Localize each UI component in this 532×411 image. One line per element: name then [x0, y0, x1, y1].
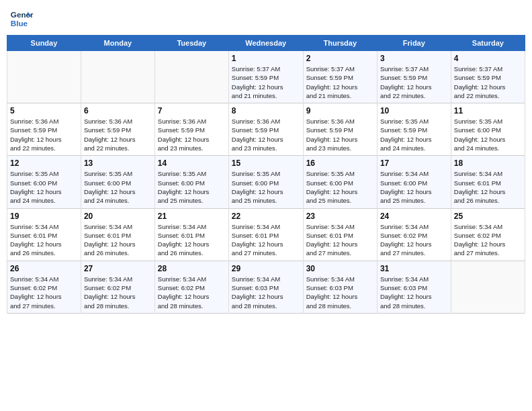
day-info: Sunrise: 5:34 AM Sunset: 6:01 PM Dayligh…: [10, 222, 78, 258]
day-number: 9: [306, 106, 374, 116]
calendar-cell: 2Sunrise: 5:37 AM Sunset: 5:59 PM Daylig…: [303, 51, 377, 103]
day-info: Sunrise: 5:36 AM Sunset: 5:59 PM Dayligh…: [10, 117, 78, 152]
day-info: Sunrise: 5:35 AM Sunset: 5:59 PM Dayligh…: [380, 117, 448, 152]
calendar-cell: 28Sunrise: 5:34 AM Sunset: 6:02 PM Dayli…: [154, 261, 228, 313]
calendar-week-row: 5Sunrise: 5:36 AM Sunset: 5:59 PM Daylig…: [7, 103, 525, 156]
day-info: Sunrise: 5:36 AM Sunset: 5:59 PM Dayligh…: [158, 117, 226, 152]
day-of-week-header: Thursday: [303, 36, 377, 51]
calendar-cell: 12Sunrise: 5:35 AM Sunset: 6:00 PM Dayli…: [7, 156, 81, 208]
day-info: Sunrise: 5:35 AM Sunset: 6:00 PM Dayligh…: [10, 169, 78, 205]
calendar-cell: 9Sunrise: 5:36 AM Sunset: 5:59 PM Daylig…: [303, 103, 377, 156]
day-number: 26: [10, 264, 78, 273]
day-number: 5: [10, 106, 78, 116]
calendar-cell: [451, 261, 525, 313]
svg-text:General: General: [11, 10, 34, 19]
day-info: Sunrise: 5:35 AM Sunset: 6:00 PM Dayligh…: [158, 169, 226, 205]
calendar-cell: 6Sunrise: 5:36 AM Sunset: 5:59 PM Daylig…: [81, 103, 154, 156]
day-info: Sunrise: 5:34 AM Sunset: 6:01 PM Dayligh…: [232, 222, 300, 258]
day-of-week-header: Wednesday: [228, 36, 303, 51]
day-info: Sunrise: 5:37 AM Sunset: 5:59 PM Dayligh…: [306, 64, 374, 100]
day-number: 16: [306, 158, 374, 168]
day-of-week-header: Sunday: [7, 36, 81, 51]
day-info: Sunrise: 5:36 AM Sunset: 5:59 PM Dayligh…: [232, 117, 300, 152]
day-info: Sunrise: 5:34 AM Sunset: 6:02 PM Dayligh…: [10, 275, 78, 310]
day-info: Sunrise: 5:34 AM Sunset: 6:01 PM Dayligh…: [306, 222, 374, 258]
day-number: 12: [10, 158, 78, 168]
day-number: 8: [232, 106, 300, 116]
day-number: 7: [158, 106, 226, 116]
calendar-cell: 16Sunrise: 5:35 AM Sunset: 6:00 PM Dayli…: [303, 156, 377, 208]
calendar-table: SundayMondayTuesdayWednesdayThursdayFrid…: [7, 35, 525, 314]
calendar-cell: 31Sunrise: 5:34 AM Sunset: 6:03 PM Dayli…: [377, 261, 451, 313]
calendar-cell: 23Sunrise: 5:34 AM Sunset: 6:01 PM Dayli…: [303, 208, 377, 261]
day-number: 23: [306, 212, 374, 221]
calendar-cell: [7, 51, 81, 103]
day-number: 20: [84, 212, 152, 221]
day-info: Sunrise: 5:34 AM Sunset: 6:02 PM Dayligh…: [454, 222, 522, 258]
day-number: 2: [306, 54, 374, 63]
calendar-cell: 21Sunrise: 5:34 AM Sunset: 6:01 PM Dayli…: [154, 208, 228, 261]
calendar-cell: 26Sunrise: 5:34 AM Sunset: 6:02 PM Dayli…: [7, 261, 81, 313]
calendar-cell: 17Sunrise: 5:34 AM Sunset: 6:00 PM Dayli…: [377, 156, 451, 208]
calendar-week-row: 1Sunrise: 5:37 AM Sunset: 5:59 PM Daylig…: [7, 51, 525, 103]
day-info: Sunrise: 5:34 AM Sunset: 6:03 PM Dayligh…: [306, 275, 374, 310]
day-info: Sunrise: 5:37 AM Sunset: 5:59 PM Dayligh…: [232, 64, 300, 100]
day-info: Sunrise: 5:36 AM Sunset: 5:59 PM Dayligh…: [306, 117, 374, 152]
day-of-week-header: Tuesday: [154, 36, 228, 51]
day-number: 22: [232, 212, 300, 221]
calendar-cell: 29Sunrise: 5:34 AM Sunset: 6:03 PM Dayli…: [228, 261, 303, 313]
day-number: 31: [380, 264, 448, 273]
calendar-cell: 30Sunrise: 5:34 AM Sunset: 6:03 PM Dayli…: [303, 261, 377, 313]
day-info: Sunrise: 5:35 AM Sunset: 6:00 PM Dayligh…: [454, 117, 522, 152]
calendar-cell: 22Sunrise: 5:34 AM Sunset: 6:01 PM Dayli…: [228, 208, 303, 261]
day-info: Sunrise: 5:37 AM Sunset: 5:59 PM Dayligh…: [454, 64, 522, 100]
day-number: 18: [454, 158, 522, 168]
day-info: Sunrise: 5:35 AM Sunset: 6:00 PM Dayligh…: [232, 169, 300, 205]
day-number: 19: [10, 212, 78, 221]
day-number: 14: [158, 158, 226, 168]
day-number: 30: [306, 264, 374, 273]
day-info: Sunrise: 5:34 AM Sunset: 6:00 PM Dayligh…: [380, 169, 448, 205]
calendar-cell: 10Sunrise: 5:35 AM Sunset: 5:59 PM Dayli…: [377, 103, 451, 156]
day-of-week-header: Friday: [377, 36, 451, 51]
page-header: General Blue: [7, 7, 525, 31]
calendar-cell: [81, 51, 154, 103]
day-info: Sunrise: 5:34 AM Sunset: 6:01 PM Dayligh…: [454, 169, 522, 205]
day-number: 4: [454, 54, 522, 63]
day-info: Sunrise: 5:34 AM Sunset: 6:02 PM Dayligh…: [380, 222, 448, 258]
calendar-cell: 18Sunrise: 5:34 AM Sunset: 6:01 PM Dayli…: [451, 156, 525, 208]
day-info: Sunrise: 5:34 AM Sunset: 6:01 PM Dayligh…: [158, 222, 226, 258]
day-info: Sunrise: 5:34 AM Sunset: 6:02 PM Dayligh…: [158, 275, 226, 310]
logo-icon: General Blue: [9, 7, 34, 31]
calendar-cell: 8Sunrise: 5:36 AM Sunset: 5:59 PM Daylig…: [228, 103, 303, 156]
day-of-week-header: Monday: [81, 36, 154, 51]
calendar-cell: 25Sunrise: 5:34 AM Sunset: 6:02 PM Dayli…: [451, 208, 525, 261]
day-number: 15: [232, 158, 300, 168]
calendar-cell: 7Sunrise: 5:36 AM Sunset: 5:59 PM Daylig…: [154, 103, 228, 156]
calendar-cell: [154, 51, 228, 103]
day-number: 29: [232, 264, 300, 273]
calendar-header-row: SundayMondayTuesdayWednesdayThursdayFrid…: [7, 36, 525, 51]
day-of-week-header: Saturday: [451, 36, 525, 51]
calendar-cell: 20Sunrise: 5:34 AM Sunset: 6:01 PM Dayli…: [81, 208, 154, 261]
day-number: 17: [380, 158, 448, 168]
day-number: 6: [84, 106, 152, 116]
day-info: Sunrise: 5:35 AM Sunset: 6:00 PM Dayligh…: [306, 169, 374, 205]
logo: General Blue: [9, 7, 34, 31]
day-number: 1: [232, 54, 300, 63]
calendar-cell: 3Sunrise: 5:37 AM Sunset: 5:59 PM Daylig…: [377, 51, 451, 103]
calendar-week-row: 19Sunrise: 5:34 AM Sunset: 6:01 PM Dayli…: [7, 208, 525, 261]
svg-text:Blue: Blue: [11, 19, 28, 28]
day-info: Sunrise: 5:34 AM Sunset: 6:01 PM Dayligh…: [84, 222, 152, 258]
calendar-cell: 13Sunrise: 5:35 AM Sunset: 6:00 PM Dayli…: [81, 156, 154, 208]
day-number: 13: [84, 158, 152, 168]
calendar-week-row: 26Sunrise: 5:34 AM Sunset: 6:02 PM Dayli…: [7, 261, 525, 313]
calendar-cell: 1Sunrise: 5:37 AM Sunset: 5:59 PM Daylig…: [228, 51, 303, 103]
calendar-cell: 27Sunrise: 5:34 AM Sunset: 6:02 PM Dayli…: [81, 261, 154, 313]
calendar-cell: 24Sunrise: 5:34 AM Sunset: 6:02 PM Dayli…: [377, 208, 451, 261]
day-number: 10: [380, 106, 448, 116]
calendar-week-row: 12Sunrise: 5:35 AM Sunset: 6:00 PM Dayli…: [7, 156, 525, 208]
calendar-cell: 19Sunrise: 5:34 AM Sunset: 6:01 PM Dayli…: [7, 208, 81, 261]
day-number: 25: [454, 212, 522, 221]
day-number: 28: [158, 264, 226, 273]
